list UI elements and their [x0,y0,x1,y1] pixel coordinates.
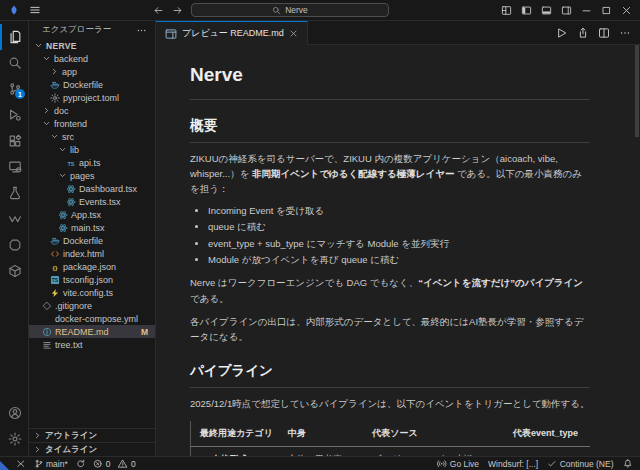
outline-section[interactable]: アウトライン [29,428,155,442]
tree-item-label: frontend [54,119,87,129]
activity-cube-button[interactable] [0,258,28,284]
tree-item-frontend[interactable]: frontend [29,117,155,130]
editor-group: プレビュー README.md Nerve概要ZIKUUの神経系を司るサーバーで… [156,21,640,456]
activity-settings-gear-button[interactable] [0,426,28,452]
more-actions-icon[interactable] [136,25,147,36]
tree-item-lib[interactable]: lib [29,143,155,156]
tree-item-dockerfile[interactable]: Dockerfile [29,78,155,91]
tree-item-app.tsx[interactable]: App.tsx [29,208,155,221]
sync-icon [76,459,86,469]
notifications-bell[interactable] [623,459,633,469]
menu-icon[interactable] [29,4,41,16]
md-table-cell: ブログ、エッセイ、小説 [363,446,504,456]
tree-item-events.tsx[interactable]: Events.tsx [29,195,155,208]
md-list-item: Incoming Event を受け取る [208,203,590,218]
md-paragraph: ZIKUUの神経系を司るサーバーで、ZIKUU 内の複数アプリケーション（aic… [190,151,590,197]
titlebar: Nerve [0,0,640,21]
ellipsis-button[interactable] [619,27,631,39]
activity-search-button[interactable] [0,50,28,76]
tree-item-nerve[interactable]: NERVE [29,39,155,52]
tree-item-docker-compose.yml[interactable]: docker-compose.yml [29,312,155,325]
layout-sidebar-right-icon[interactable] [561,5,572,16]
go-live[interactable]: Go Live [437,459,479,469]
tree-item-pyproject.toml[interactable]: pyproject.toml [29,91,155,104]
activity-run-debug-button[interactable] [0,102,28,128]
activity-remote-explorer-button[interactable] [0,154,28,180]
md-paragraph: 各パイプラインの出口は、内部形式のデータとして、最終的にはAI塾長が学習・参照す… [190,314,590,345]
branch-status-label: main* [46,459,68,469]
close-icon[interactable] [621,5,632,16]
tree-item-src[interactable]: src [29,130,155,143]
docker-blue-file-icon [49,236,60,246]
file-tree: NERVEbackendappDockerfilepyproject.tomld… [29,39,155,351]
sync-status[interactable] [76,459,86,469]
extensions-icon [8,134,22,148]
tree-item-dockerfile[interactable]: Dockerfile [29,234,155,247]
tab-preview-readme[interactable]: プレビュー README.md [156,21,308,45]
tree-item-readme.md[interactable]: README.mdM [29,325,155,338]
activity-source-control-button[interactable]: 1 [0,76,28,102]
tree-item-app[interactable]: app [29,65,155,78]
explorer-header: エクスプローラー [29,21,155,39]
svg-text:TS: TS [67,160,74,166]
command-center-search[interactable]: Nerve [191,3,389,17]
md-paragraph: 2025/12/1時点で想定しているパイプラインは、以下のイベントをトリガーとし… [190,396,590,411]
search-value: Nerve [285,5,308,15]
layout-sidebar-left-icon[interactable] [521,5,532,16]
timeline-section[interactable]: タイムライン [29,442,155,456]
tree-item-dashboard.tsx[interactable]: Dashboard.tsx [29,182,155,195]
tree-item-.gitignore[interactable]: .gitignore [29,299,155,312]
activity-continue-button[interactable] [0,232,28,258]
md-table-header-cell: 最終用途カテゴリ [191,421,279,446]
tree-item-vite.config.ts[interactable]: vite.config.ts [29,286,155,299]
app-logo-icon [8,4,20,16]
continue-status[interactable]: Continue (NE) [547,459,613,469]
tree-item-tree.txt[interactable]: tree.txt [29,338,155,351]
tree-item-tsconfig.json[interactable]: TStsconfig.json [29,273,155,286]
minimize-icon[interactable] [581,5,592,16]
tree-item-api.ts[interactable]: TSapi.ts [29,156,155,169]
warnings-count[interactable]: 0 [118,459,135,469]
titlebar-right [501,5,632,16]
activity-bar: 1 [0,21,29,456]
continue-status-label: Continue (NE) [560,459,614,469]
chevron-right-icon [33,431,42,440]
tree-item-pages[interactable]: pages [29,169,155,182]
chevron-right-icon [33,445,42,454]
activity-testing-button[interactable] [0,180,28,206]
warnings-count-label: 0 [131,459,136,469]
maximize-icon[interactable] [601,5,612,16]
titlebar-center: Nerve [49,3,493,17]
activity-account-button[interactable] [0,400,28,426]
remote-indicator[interactable] [16,459,26,469]
forward-icon[interactable] [172,5,183,16]
settings-gear-icon [8,432,22,446]
activity-windsurf-button[interactable] [0,206,28,232]
md-text: Nerve はワークフローエンジンでも DAG でもなく、 [190,277,418,288]
split-editor-button[interactable] [598,27,610,39]
activity-explorer-button[interactable] [0,24,28,50]
readme-file-icon [41,327,52,337]
search-icon [8,56,22,70]
tree-item-backend[interactable]: backend [29,52,155,65]
tree-item-doc[interactable]: doc [29,104,155,117]
tree-item-label: vite.config.ts [63,288,113,298]
broadcast-icon [437,459,447,469]
customize-layout-icon[interactable] [501,5,512,16]
tree-item-package.json[interactable]: {}package.json [29,260,155,273]
tree-item-main.tsx[interactable]: main.tsx [29,221,155,234]
tsconfig-file-icon: TS [49,275,60,285]
scrollbar-thumb[interactable] [635,45,639,137]
close-tab-icon[interactable] [289,29,298,38]
titlebar-left [8,4,41,16]
export-button[interactable] [577,27,589,39]
windsurf-status[interactable]: Windsurf: [...] [488,459,538,469]
run-button[interactable] [556,27,568,39]
errors-count[interactable]: 0 [93,459,110,469]
tree-item-label: backend [54,54,88,64]
layout-panel-icon[interactable] [541,5,552,16]
back-icon[interactable] [153,5,164,16]
activity-extensions-button[interactable] [0,128,28,154]
branch-status[interactable]: main* [34,459,68,469]
tree-item-index.html[interactable]: index.html [29,247,155,260]
